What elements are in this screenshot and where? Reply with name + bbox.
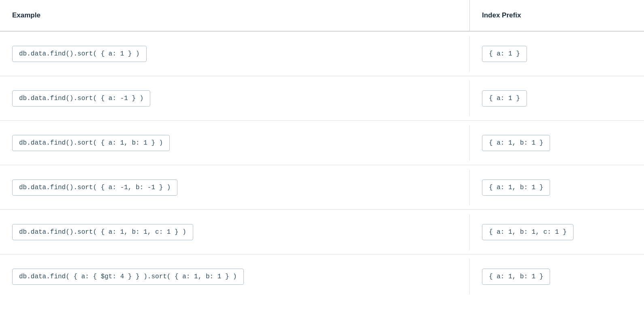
example-cell: db.data.find().sort( { a: 1 } ) [0, 36, 470, 72]
prefix-cell: { a: 1 } [470, 81, 644, 116]
table-row: db.data.find().sort( { a: 1, b: 1, c: 1 … [0, 210, 644, 254]
example-code: db.data.find().sort( { a: -1, b: -1 } ) [12, 179, 177, 196]
table-body: db.data.find().sort( { a: 1 } ){ a: 1 }d… [0, 32, 644, 299]
example-cell: db.data.find().sort( { a: -1 } ) [0, 81, 470, 116]
prefix-code: { a: 1 } [482, 46, 527, 62]
table-header: Example Index Prefix [0, 0, 644, 32]
example-cell: db.data.find().sort( { a: -1, b: -1 } ) [0, 170, 470, 205]
prefix-code: { a: 1, b: 1 } [482, 135, 550, 151]
table-row: db.data.find().sort( { a: -1 } ){ a: 1 } [0, 76, 644, 121]
prefix-code: { a: 1 } [482, 90, 527, 107]
example-code: db.data.find().sort( { a: 1, b: 1 } ) [12, 135, 170, 151]
prefix-cell: { a: 1, b: 1 } [470, 259, 644, 295]
prefix-code: { a: 1, b: 1, c: 1 } [482, 224, 574, 240]
prefix-code: { a: 1, b: 1 } [482, 269, 550, 285]
example-code: db.data.find().sort( { a: 1, b: 1, c: 1 … [12, 224, 193, 240]
example-cell: db.data.find().sort( { a: 1, b: 1 } ) [0, 125, 470, 161]
prefix-cell: { a: 1, b: 1 } [470, 170, 644, 205]
index-prefix-column-header: Index Prefix [470, 0, 644, 31]
table-row: db.data.find( { a: { $gt: 4 } } ).sort( … [0, 254, 644, 299]
main-table: Example Index Prefix db.data.find().sort… [0, 0, 644, 333]
prefix-code: { a: 1, b: 1 } [482, 179, 550, 196]
table-row: db.data.find().sort( { a: 1 } ){ a: 1 } [0, 32, 644, 76]
example-code: db.data.find().sort( { a: 1 } ) [12, 46, 147, 62]
table-row: db.data.find().sort( { a: 1, b: 1 } ){ a… [0, 121, 644, 165]
example-code: db.data.find().sort( { a: -1 } ) [12, 90, 150, 107]
example-cell: db.data.find( { a: { $gt: 4 } } ).sort( … [0, 259, 470, 295]
prefix-cell: { a: 1, b: 1, c: 1 } [470, 214, 644, 250]
example-cell: db.data.find().sort( { a: 1, b: 1, c: 1 … [0, 214, 470, 250]
prefix-cell: { a: 1, b: 1 } [470, 125, 644, 161]
example-code: db.data.find( { a: { $gt: 4 } } ).sort( … [12, 269, 244, 285]
table-row: db.data.find().sort( { a: -1, b: -1 } ){… [0, 165, 644, 210]
prefix-cell: { a: 1 } [470, 36, 644, 72]
example-column-header: Example [0, 0, 470, 31]
